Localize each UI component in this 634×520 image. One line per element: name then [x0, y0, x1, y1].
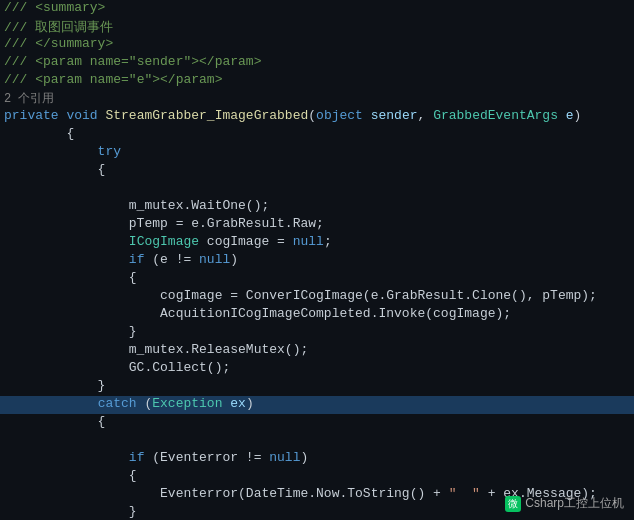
token: /// <param name=	[4, 72, 129, 87]
code-content: {	[0, 468, 634, 483]
token: Exception	[152, 396, 230, 411]
token: cogImage =	[207, 234, 293, 249]
token: "sender"	[129, 54, 191, 69]
code-content: {	[0, 270, 634, 285]
code-line: GC.Collect();	[0, 360, 634, 378]
token: {	[4, 126, 74, 141]
token: )	[574, 108, 582, 123]
code-content: if (e != null)	[0, 252, 634, 267]
code-content: /// <summary>	[0, 0, 634, 15]
token: null	[199, 252, 230, 267]
code-line: if (Eventerror != null)	[0, 450, 634, 468]
token: sender	[371, 108, 418, 123]
token: void	[66, 108, 105, 123]
token: GrabbedEventArgs	[433, 108, 566, 123]
wechat-icon: 微	[505, 496, 521, 512]
token: {	[4, 270, 137, 285]
code-line: /// <summary>	[0, 0, 634, 18]
code-content: catch (Exception ex)	[0, 396, 634, 411]
code-line: {	[0, 162, 634, 180]
token: pTemp = e.GrabResult.Raw;	[4, 216, 324, 231]
code-line: }	[0, 324, 634, 342]
code-line: private void StreamGrabber_ImageGrabbed(…	[0, 108, 634, 126]
token: null	[293, 234, 324, 249]
code-content: m_mutex.ReleaseMutex();	[0, 342, 634, 357]
code-line: /// </summary>	[0, 36, 634, 54]
token: try	[4, 144, 121, 159]
token: /// 取图回调事件	[4, 20, 113, 35]
code-content: /// 取图回调事件	[0, 18, 634, 36]
token: (e !=	[152, 252, 199, 267]
code-line: AcquitionICogImageCompleted.Invoke(cogIm…	[0, 306, 634, 324]
token: object	[316, 108, 371, 123]
token: " "	[449, 486, 480, 501]
token: private	[4, 108, 66, 123]
token: if	[129, 252, 152, 267]
code-line: {	[0, 468, 634, 486]
token: StreamGrabber_ImageGrabbed	[105, 108, 308, 123]
code-line: cogImage = ConverICogImage(e.GrabResult.…	[0, 288, 634, 306]
token: catch	[98, 396, 145, 411]
code-line: ICogImage cogImage = null;	[0, 234, 634, 252]
token	[4, 396, 98, 411]
code-line: }	[0, 378, 634, 396]
code-content	[0, 180, 634, 195]
code-line: /// <param name="e"></param>	[0, 72, 634, 90]
code-line: m_mutex.ReleaseMutex();	[0, 342, 634, 360]
code-line: /// 取图回调事件	[0, 18, 634, 36]
token: }	[4, 504, 137, 519]
code-editor: /// <summary>/// 取图回调事件/// </summary>///…	[0, 0, 634, 520]
token: )	[246, 396, 254, 411]
token: GC.Collect();	[4, 360, 230, 375]
token: {	[4, 162, 105, 177]
token: 2 个引用	[4, 92, 54, 106]
code-line: pTemp = e.GrabResult.Raw;	[0, 216, 634, 234]
code-content: }	[0, 378, 634, 393]
code-line: if (e != null)	[0, 252, 634, 270]
code-content: cogImage = ConverICogImage(e.GrabResult.…	[0, 288, 634, 303]
code-line: {	[0, 270, 634, 288]
token: "e"	[129, 72, 152, 87]
code-line: 2 个引用	[0, 90, 634, 108]
code-line	[0, 432, 634, 450]
token: )	[230, 252, 238, 267]
token: e	[566, 108, 574, 123]
token: ></param>	[191, 54, 261, 69]
code-content: private void StreamGrabber_ImageGrabbed(…	[0, 108, 634, 123]
code-content: m_mutex.WaitOne();	[0, 198, 634, 213]
token: /// <param name=	[4, 54, 129, 69]
code-content: 2 个引用	[0, 90, 634, 107]
token: {	[4, 468, 137, 483]
token: /// <summary>	[4, 0, 105, 15]
token: )	[300, 450, 308, 465]
token	[4, 450, 129, 465]
code-content: GC.Collect();	[0, 360, 634, 375]
code-content	[0, 432, 634, 447]
token: }	[4, 378, 105, 393]
code-line: /// <param name="sender"></param>	[0, 54, 634, 72]
code-content: ICogImage cogImage = null;	[0, 234, 634, 249]
token	[4, 252, 129, 267]
token: AcquitionICogImageCompleted.Invoke(cogIm…	[4, 306, 511, 321]
token	[4, 234, 129, 249]
token: ,	[418, 108, 434, 123]
token: cogImage = ConverICogImage(e.GrabResult.…	[4, 288, 597, 303]
token: (Eventerror !=	[152, 450, 269, 465]
watermark: 微 Csharp工控上位机	[505, 495, 624, 512]
token: Eventerror(DateTime.Now.ToString() +	[4, 486, 449, 501]
code-content: try	[0, 144, 634, 159]
token: null	[269, 450, 300, 465]
code-content: if (Eventerror != null)	[0, 450, 634, 465]
code-content: /// <param name="sender"></param>	[0, 54, 634, 69]
code-line: {	[0, 414, 634, 432]
code-content: {	[0, 126, 634, 141]
token: ICogImage	[129, 234, 207, 249]
code-content: /// </summary>	[0, 36, 634, 51]
code-line: {	[0, 126, 634, 144]
code-content: /// <param name="e"></param>	[0, 72, 634, 87]
token: m_mutex.WaitOne();	[4, 198, 269, 213]
token: if	[129, 450, 152, 465]
code-line: catch (Exception ex)	[0, 396, 634, 414]
token: {	[4, 414, 105, 429]
watermark-text: Csharp工控上位机	[525, 495, 624, 512]
